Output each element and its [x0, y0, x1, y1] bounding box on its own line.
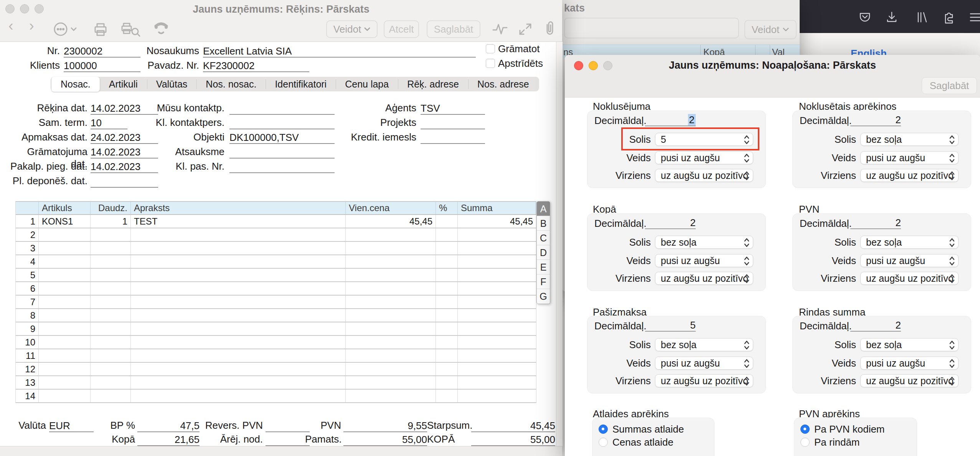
tab-val-tas[interactable]: Valūtas: [147, 77, 197, 92]
table-cell[interactable]: [39, 390, 91, 402]
tab-nos-nosac-[interactable]: Nos. nosac.: [196, 77, 266, 92]
table-cell[interactable]: [436, 215, 458, 228]
table-cell[interactable]: 8: [16, 309, 39, 322]
step-select[interactable]: bez soļa: [860, 133, 959, 146]
agents-input[interactable]: TSV: [421, 102, 485, 115]
table-cell[interactable]: [436, 363, 458, 375]
table-cell[interactable]: [91, 349, 131, 362]
table-cell[interactable]: [346, 322, 436, 335]
table-cell[interactable]: [39, 376, 91, 389]
type-select[interactable]: pusi uz augšu: [655, 357, 753, 370]
table-cell[interactable]: [91, 242, 131, 254]
radio-option[interactable]: Summas atlaide: [599, 423, 684, 435]
tab-nosac-[interactable]: Nosac.: [51, 77, 100, 92]
table-row[interactable]: 8: [16, 309, 536, 322]
pl-depones-dat-input[interactable]: [91, 175, 158, 188]
matrix-tab-b[interactable]: B: [537, 216, 550, 231]
kl-kontaktpers-input[interactable]: [229, 116, 335, 129]
step-select[interactable]: 5: [655, 133, 753, 146]
table-cell[interactable]: [436, 282, 458, 295]
veidot-button[interactable]: Veidot: [326, 20, 378, 38]
table-cell[interactable]: [458, 269, 536, 281]
expand-icon[interactable]: [517, 21, 533, 37]
pocket-icon[interactable]: [858, 10, 872, 25]
tab-r-adrese[interactable]: Rēķ. adrese: [398, 77, 468, 92]
table-cell[interactable]: 6: [16, 282, 39, 295]
table-cell[interactable]: [436, 376, 458, 389]
table-row[interactable]: 1KONS11TEST45,4545,45: [16, 215, 536, 228]
tab-nos-adrese[interactable]: Nos. adrese: [468, 77, 538, 92]
table-row[interactable]: 9: [16, 322, 536, 336]
table-row[interactable]: 14: [16, 390, 536, 403]
pavadz-input[interactable]: KF2300002: [203, 59, 309, 72]
type-select[interactable]: pusi uz augšu: [655, 254, 753, 267]
table-cell[interactable]: 7: [16, 296, 39, 308]
decimals-input[interactable]: 2: [850, 113, 901, 126]
nosaukums-input[interactable]: Excellent Latvia SIA: [203, 45, 476, 58]
table-row[interactable]: 11: [16, 349, 536, 363]
radio-selected-icon[interactable]: [599, 425, 608, 434]
table-cell[interactable]: 14: [16, 390, 39, 402]
direction-select[interactable]: uz augšu uz pozitīvo: [655, 374, 753, 387]
table-cell[interactable]: [346, 390, 436, 402]
column-header[interactable]: Apraksts: [131, 202, 346, 214]
table-cell[interactable]: [346, 363, 436, 375]
table-cell[interactable]: [436, 269, 458, 281]
table-cell[interactable]: [346, 349, 436, 362]
table-cell[interactable]: 12: [16, 363, 39, 375]
type-select[interactable]: pusi uz augšu: [860, 357, 959, 370]
direction-select[interactable]: uz augšu uz pozitīvo: [655, 169, 753, 182]
revers-pvn-input[interactable]: [266, 419, 310, 432]
extensions-icon[interactable]: [940, 10, 955, 25]
gramatot-checkbox[interactable]: [486, 44, 495, 53]
table-row[interactable]: 5: [16, 269, 536, 282]
table-cell[interactable]: [346, 242, 436, 254]
table-cell[interactable]: 2: [16, 228, 39, 241]
table-cell[interactable]: [91, 228, 131, 241]
table-cell[interactable]: [39, 228, 91, 241]
radio-unselected-icon[interactable]: [800, 438, 810, 447]
download-icon[interactable]: [884, 10, 899, 25]
table-cell[interactable]: [458, 336, 536, 349]
table-cell[interactable]: [458, 390, 536, 402]
library-icon[interactable]: [914, 10, 929, 25]
phone-icon[interactable]: [153, 21, 170, 38]
column-header[interactable]: Summa: [458, 202, 536, 214]
table-cell[interactable]: [131, 269, 346, 281]
table-cell[interactable]: [346, 255, 436, 268]
table-cell[interactable]: [39, 309, 91, 322]
table-cell[interactable]: [39, 322, 91, 335]
kl-pas-nr-input[interactable]: [229, 160, 335, 173]
table-cell[interactable]: 11: [16, 349, 39, 362]
table-cell[interactable]: [39, 242, 91, 254]
table-cell[interactable]: [436, 228, 458, 241]
direction-select[interactable]: uz augšu uz pozitīvo: [860, 169, 959, 182]
table-cell[interactable]: [458, 242, 536, 254]
table-cell[interactable]: [91, 309, 131, 322]
table-cell[interactable]: [458, 296, 536, 308]
table-cell[interactable]: [458, 363, 536, 375]
table-cell[interactable]: 1: [91, 215, 131, 228]
table-cell[interactable]: 45,45: [346, 215, 436, 228]
direction-select[interactable]: uz augšu uz pozitīvo: [860, 272, 959, 285]
table-cell[interactable]: [39, 349, 91, 362]
table-cell[interactable]: [131, 336, 346, 349]
radio-option[interactable]: Pa PVN kodiem: [800, 423, 885, 435]
valuta-input[interactable]: EUR: [49, 419, 94, 432]
type-select[interactable]: pusi uz augšu: [655, 151, 753, 164]
table-cell[interactable]: [91, 376, 131, 389]
activity-icon[interactable]: [492, 21, 508, 37]
table-cell[interactable]: [91, 296, 131, 308]
table-cell[interactable]: 1: [16, 215, 39, 228]
step-select[interactable]: bez soļa: [655, 236, 753, 249]
matrix-tab-g[interactable]: G: [537, 289, 550, 304]
sam-term-input[interactable]: 10: [91, 116, 127, 129]
table-row[interactable]: 12: [16, 363, 536, 376]
radio-selected-icon[interactable]: [800, 425, 810, 434]
more-actions-icon[interactable]: [53, 21, 78, 38]
table-cell[interactable]: [346, 309, 436, 322]
browse-veidot-button[interactable]: Veidot: [744, 20, 797, 39]
paperclip-icon[interactable]: [542, 21, 558, 38]
table-cell[interactable]: [436, 390, 458, 402]
musu-kontaktp-input[interactable]: [229, 102, 335, 115]
